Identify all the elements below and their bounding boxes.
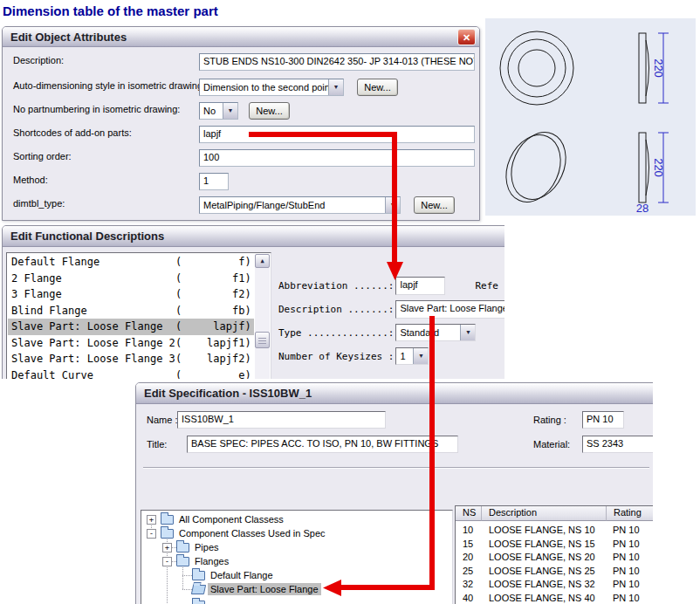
folder-icon (176, 557, 189, 566)
table-row[interactable]: 10 LOOSE FLANGE, NS 10 PN 10 (456, 524, 653, 538)
spec-sizes-table: NS Description Rating 10 LOOSE FLANGE, N… (455, 505, 653, 604)
folder-icon (192, 601, 205, 604)
folder-icon (161, 515, 174, 525)
list-item-selected[interactable]: Slave Part: Loose Flange ( lapjf) (8, 319, 254, 335)
type-select[interactable]: Standard ▼ (395, 324, 476, 341)
dialog-edit-functional-descriptions-clip: Edit Functional Descriptions Default Fla… (2, 225, 504, 379)
table-row[interactable]: 25 LOOSE FLANGE, NS 25 PN 10 (456, 565, 653, 579)
list-item[interactable]: 3 Flange ( f2) (8, 286, 254, 303)
dialog1-title: Edit Object Attributes (10, 31, 127, 44)
page-title: Dimension table of the master part (3, 3, 218, 18)
dimtbl-type-select[interactable]: MetalPiping/Flange/StubEnd ▼ (199, 196, 401, 214)
dimtbl-type-label: dimtbl_type: (13, 198, 65, 209)
description-input[interactable]: Slave Part: Loose Flange (395, 300, 504, 319)
material-input[interactable]: SS 2343 (582, 436, 653, 453)
dimension-28: 28 (636, 202, 649, 215)
keysizes-row: Number of Keysizes : 1 ▼ (278, 347, 429, 365)
method-input[interactable]: 1 (199, 173, 229, 190)
description-label: Description: (13, 55, 64, 65)
list-item[interactable]: 2 Flange ( f1) (8, 271, 254, 287)
column-header-description[interactable]: Description (482, 506, 607, 521)
expand-plus-icon[interactable]: + (147, 515, 156, 525)
spec-title-input[interactable]: BASE SPEC: PIPES ACC. TO ISO, PN 10, BW … (187, 436, 458, 453)
folder-icon (176, 543, 189, 553)
dialog-edit-object-attributes: Edit Object Attributes ✕ Description: ST… (2, 26, 480, 221)
table-row[interactable]: 15 LOOSE FLANGE, NS 15 PN 10 (456, 538, 653, 552)
table-row[interactable]: 40 LOOSE FLANGE, NS 40 PN 10 (456, 592, 653, 604)
type-label: Type ..............: (278, 327, 394, 339)
scrollbar-thumb[interactable] (255, 332, 270, 348)
sorting-order-label: Sorting order: (13, 151, 72, 161)
description-input[interactable]: STUB ENDS NS10-300 DIN2642 350- JP 314-0… (199, 53, 475, 71)
chevron-down-icon[interactable]: ▼ (460, 325, 475, 340)
dialog-edit-functional-descriptions: Edit Functional Descriptions Default Fla… (2, 225, 504, 379)
chevron-down-icon[interactable]: ▼ (328, 79, 343, 95)
shortcodes-label: Shortcodes of add-on parts: (13, 127, 132, 138)
tree-connector (182, 575, 192, 576)
spec-title-label: Title: (147, 439, 167, 450)
nopartnum-label: No partnumbering in isometric drawing: (13, 104, 180, 114)
spec-name-input[interactable]: ISS10BW_1 (177, 411, 386, 429)
method-label: Method: (13, 175, 48, 185)
tree-connector (182, 563, 183, 589)
list-item[interactable]: Slave Part: Loose Flange 3 ( lapjf2) (8, 351, 254, 367)
functional-descriptions-list: Default Flange ( f) 2 Flange ( f1) 3 Fla… (6, 252, 271, 379)
autodim-new-button[interactable]: New... (357, 79, 398, 96)
sorting-order-input[interactable]: 100 (199, 149, 475, 167)
type-row: Type ..............: Standard ▼ (278, 324, 476, 341)
list-scrollbar[interactable]: ▲ (255, 254, 270, 379)
chevron-down-icon[interactable]: ▼ (223, 103, 237, 119)
abbreviation-row: Abbreviation ......: lapjf Refe (278, 277, 498, 295)
nopartnum-select[interactable]: No ▼ (199, 102, 238, 120)
rating-label: Rating : (533, 415, 566, 425)
cad-preview-panel: 220 220 28 (485, 18, 696, 216)
dimension-220-bottom: 220 (652, 158, 665, 177)
keysizes-select[interactable]: 1 ▼ (395, 347, 429, 365)
collapse-minus-icon[interactable]: - (147, 529, 156, 539)
folder-icon (161, 529, 174, 539)
rating-input[interactable]: PN 10 (582, 411, 624, 429)
list-item[interactable]: Blind Flange ( fb) (8, 303, 254, 319)
collapse-minus-icon[interactable]: - (162, 557, 172, 566)
dimension-220-top: 220 (652, 58, 665, 78)
reference-label-partial: Refe (475, 280, 498, 292)
abbreviation-input[interactable]: lapjf (395, 277, 445, 295)
folder-open-icon (191, 585, 206, 594)
description-row: Description .......: Slave Part: Loose F… (278, 300, 504, 319)
shortcodes-input[interactable]: lapjf (199, 126, 475, 143)
expand-plus-icon[interactable]: + (162, 543, 172, 553)
autodim-label: Auto-dimensioning style in isometric dra… (13, 80, 205, 91)
list-item[interactable]: Slave Part: Loose Flange 2 ( lapjf1) (8, 335, 254, 352)
component-class-tree: + All Component Classess - Component Cla… (141, 510, 453, 604)
flange-drawing: 220 220 28 (485, 18, 696, 216)
folder-icon (192, 571, 205, 580)
column-header-ns[interactable]: NS (456, 506, 482, 521)
screenshot-root: Dimension table of the master part Edit … (0, 0, 700, 604)
list-item[interactable]: Default Curve ( e) (8, 367, 254, 379)
tree-connector (182, 589, 192, 590)
autodim-select[interactable]: Dimension to the second point ▼ (199, 79, 344, 96)
column-header-rating[interactable]: Rating (607, 506, 653, 521)
nopartnum-new-button[interactable]: New... (249, 102, 290, 120)
scroll-up-icon[interactable]: ▲ (255, 254, 270, 268)
abbreviation-label: Abbreviation ......: (278, 280, 394, 292)
dialog1-titlebar[interactable]: Edit Object Attributes ✕ (3, 27, 479, 47)
dialog3-titlebar[interactable]: Edit Specification - ISS10BW_1 (136, 383, 653, 404)
description-label: Description .......: (278, 304, 394, 315)
material-label: Material: (533, 439, 570, 450)
table-row[interactable]: 32 LOOSE FLANGE, NS 32 PN 10 (456, 578, 653, 592)
dialog-edit-specification: Edit Specification - ISS10BW_1 Name : IS… (135, 382, 653, 604)
separator (143, 467, 649, 469)
spec-name-label: Name : (147, 415, 177, 425)
list-item[interactable]: Default Flange ( f) (8, 254, 254, 271)
close-icon[interactable]: ✕ (457, 29, 476, 45)
chevron-down-icon[interactable]: ▼ (385, 197, 400, 213)
keysizes-label: Number of Keysizes : (278, 351, 394, 362)
dimtbl-new-button[interactable]: New... (414, 196, 455, 214)
dialog3-title: Edit Specification - ISS10BW_1 (144, 387, 312, 400)
chevron-down-icon[interactable]: ▼ (413, 348, 428, 364)
dialog-edit-specification-clip: Edit Specification - ISS10BW_1 Name : IS… (135, 382, 653, 604)
table-row[interactable]: 20 LOOSE FLANGE, NS 20 PN 10 (456, 551, 653, 565)
dialog2-title: Edit Functional Descriptions (10, 230, 164, 243)
dialog2-titlebar[interactable]: Edit Functional Descriptions (3, 226, 504, 247)
